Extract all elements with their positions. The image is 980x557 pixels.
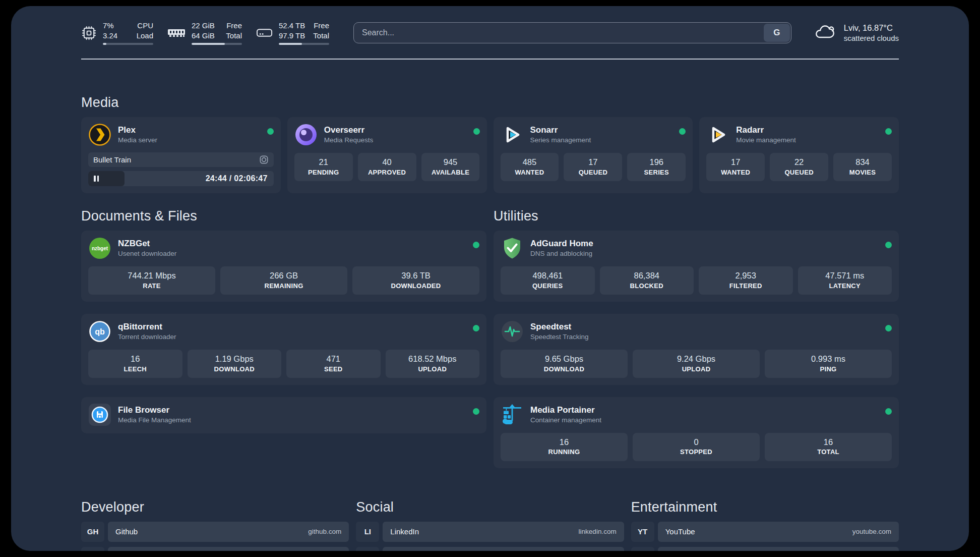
stat-label: MOVIES (835, 169, 890, 177)
service-card-radarr[interactable]: RadarrMovie management17WANTED22QUEUED83… (699, 117, 899, 193)
service-stats: 21PENDING40APPROVED945AVAILABLE (294, 153, 480, 181)
stat-value: 2,953 (701, 270, 791, 281)
stat-box-running: 16RUNNING (501, 433, 628, 461)
stat-box-filtered: 2,953FILTERED (699, 266, 793, 295)
service-header: File BrowserMedia File Management (88, 403, 479, 426)
playback-time: 24:44 / 02:06:47 (206, 171, 268, 186)
bookmark-group-social: SocialLILinkedInlinkedin.comTWTwittertwi… (356, 499, 624, 551)
bookmark-stackoverflow[interactable]: SOStackOverflowstackoverflow.com (81, 547, 349, 551)
stat-label: UPLOAD (635, 365, 758, 373)
stat-label: QUEUED (772, 169, 826, 177)
bookmark-group-developer: DeveloperGHGithubgithub.comSOStackOverfl… (81, 499, 349, 551)
service-card-sonarr[interactable]: SonarrSeries management485WANTED17QUEUED… (494, 117, 693, 193)
adguard-icon (501, 237, 524, 260)
pause-icon[interactable] (97, 176, 99, 182)
bookmark-url: linkedin.com (579, 528, 617, 535)
playback-progress-bar[interactable]: 24:44 / 02:06:47 (88, 171, 274, 186)
service-card-media-portainer[interactable]: Media PortainerContainer management16RUN… (494, 397, 899, 468)
stat-value: 17 (566, 157, 620, 168)
resource-widget-cpu: 7%3.24CPULoad (81, 21, 153, 45)
bookmark-url: github.com (308, 528, 341, 535)
plex-icon (88, 123, 111, 146)
service-text: RadarrMovie management (736, 125, 796, 145)
section-title-media: Media (81, 95, 899, 110)
stat-label: SERIES (629, 169, 684, 177)
stat-label: AVAILABLE (423, 169, 478, 177)
bookmark-pill: LinkedInlinkedin.com (383, 522, 624, 542)
status-dot (473, 242, 479, 248)
stat-value: 40 (360, 157, 414, 168)
stat-box-latency: 47.571 msLATENCY (798, 266, 892, 295)
resource-label: Total (226, 31, 242, 41)
stat-label: WANTED (503, 169, 557, 177)
bookmark-github[interactable]: GHGithubgithub.com (81, 522, 349, 542)
service-name: File Browser (118, 405, 191, 416)
stat-box-downloaded: 39.6 TBDOWNLOADED (352, 266, 479, 295)
stat-value: 0.993 ms (767, 354, 890, 364)
resource-value: 22 GiB (192, 21, 215, 31)
bookmark-groups: DeveloperGHGithubgithub.comSOStackOverfl… (81, 499, 899, 551)
resource-value: 64 GiB (192, 31, 215, 41)
service-header: AdGuard HomeDNS and adblocking (501, 237, 892, 260)
service-card-speedtest[interactable]: SpeedtestSpeedtest Tracking9.65 GbpsDOWN… (494, 314, 899, 385)
resource-value: 52.4 TB (279, 21, 305, 31)
memory-icon (167, 27, 186, 39)
stat-value: 471 (288, 354, 379, 364)
nzbget-icon: nzbget (88, 237, 111, 260)
service-name: Radarr (736, 125, 796, 136)
status-dot (473, 128, 480, 135)
stat-value: 9.24 Gbps (635, 354, 758, 364)
service-header: RadarrMovie management (706, 123, 892, 146)
resource-progress-bar (103, 43, 153, 45)
service-description: Container management (530, 416, 601, 425)
stat-value: 16 (90, 354, 180, 364)
stat-box-available: 945AVAILABLE (421, 153, 480, 181)
stat-label: QUERIES (503, 282, 593, 290)
section-documents: Documents & Files nzbgetNZBGetUsenet dow… (81, 208, 486, 468)
search-provider-button[interactable]: G (764, 24, 790, 42)
sonarr-icon (501, 123, 524, 146)
weather-widget[interactable]: Lviv, 16.87°C scattered clouds (814, 22, 899, 44)
resource-label: Load (137, 31, 153, 41)
bookmark-youtube[interactable]: YTYouTubeyoutube.com (631, 522, 899, 542)
resource-stats: 22 GiB64 GiBFreeTotal (192, 21, 242, 45)
status-dot (885, 128, 892, 135)
service-description: Torrent downloader (118, 332, 176, 342)
media-cards: PlexMedia serverBullet Train24:44 / 02:0… (81, 117, 899, 193)
bookmark-netflix[interactable]: NFNetflixnetflix.com (631, 547, 899, 551)
stat-value: 16 (767, 437, 890, 448)
resource-progress-bar (192, 43, 242, 45)
service-card-plex[interactable]: PlexMedia serverBullet Train24:44 / 02:0… (81, 117, 281, 193)
service-card-overseerr[interactable]: OverseerrMedia Requests21PENDING40APPROV… (287, 117, 487, 193)
bookmark-pill: Githubgithub.com (108, 522, 349, 542)
bookmark-linkedin[interactable]: LILinkedInlinkedin.com (356, 522, 624, 542)
service-card-nzbget[interactable]: nzbgetNZBGetUsenet downloader744.21 Mbps… (81, 231, 486, 302)
status-dot (885, 325, 892, 331)
topbar-divider (81, 59, 899, 60)
service-card-qbittorrent[interactable]: qbqBittorrentTorrent downloader16LEECH1.… (81, 314, 486, 385)
service-text: SpeedtestSpeedtest Tracking (530, 321, 589, 342)
status-dot (885, 242, 892, 248)
search-bar[interactable]: G (353, 22, 791, 43)
search-input[interactable] (354, 28, 764, 37)
service-card-adguard-home[interactable]: AdGuard HomeDNS and adblocking498,461QUE… (494, 231, 899, 302)
status-dot (679, 128, 686, 135)
stat-label: APPROVED (360, 169, 414, 177)
service-header: OverseerrMedia Requests (294, 123, 480, 146)
service-card-file-browser[interactable]: File BrowserMedia File Management (81, 397, 486, 433)
stat-value: 196 (629, 157, 684, 168)
bookmark-twitter[interactable]: TWTwittertwitter.com (356, 547, 624, 551)
resource-widget-memory: 22 GiB64 GiBFreeTotal (167, 21, 242, 45)
service-stats: 485WANTED17QUEUED196SERIES (501, 153, 686, 181)
service-name: Sonarr (530, 125, 591, 136)
pause-icon[interactable] (94, 176, 96, 182)
resource-label: CPU (137, 21, 153, 31)
resource-rows: 22 GiB64 GiBFreeTotal (192, 21, 242, 40)
resource-value: 3.24 (103, 31, 117, 41)
service-name: qBittorrent (118, 321, 176, 332)
cpu-icon (81, 25, 97, 41)
stat-box-upload: 618.52 MbpsUPLOAD (386, 350, 480, 378)
stat-box-wanted: 17WANTED (706, 153, 765, 181)
stat-value: 485 (503, 157, 557, 168)
service-stats: 17WANTED22QUEUED834MOVIES (706, 153, 892, 181)
